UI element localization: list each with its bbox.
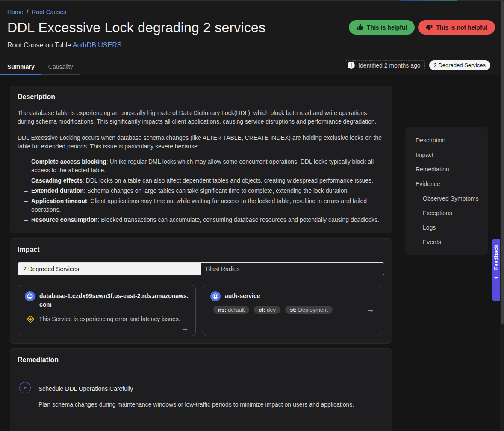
breadcrumb-separator: / — [27, 9, 28, 15]
subtitle-text: Root Cause on Table — [7, 41, 73, 49]
sparkle-icon — [494, 274, 498, 282]
warning-diamond-icon — [27, 315, 34, 323]
service-warning-text: This Service is experiencing error and l… — [39, 316, 180, 322]
arrow-right-icon: → — [181, 324, 189, 333]
bullet-label: Complete access blocking — [31, 158, 106, 165]
impact-tab-control: 2 Degraded Services Blast Radius — [18, 262, 384, 275]
description-heading: Description — [18, 93, 384, 101]
bullet-text: : Schema changes on large tables can tak… — [84, 187, 349, 194]
type-badge: st: Deployment — [285, 306, 333, 314]
breadcrumb-root-causes-link[interactable]: Root Causes — [32, 9, 66, 15]
description-section: Description The database table is experi… — [10, 86, 392, 233]
toc-item-logs[interactable]: Logs — [405, 220, 488, 235]
list-item: – Complete access blocking: Unlike regul… — [24, 157, 384, 174]
helpful-button[interactable]: This is helpful — [349, 20, 415, 35]
bullet-text: : Blocked transactions can accumulate, c… — [98, 216, 379, 223]
subtitle: Root Cause on Table AuthDB.USERS — [7, 41, 121, 49]
impact-heading: Impact — [18, 246, 384, 254]
service-warning: This Service is experiencing error and l… — [28, 316, 189, 322]
impact-section: Impact 2 Degraded Services Blast Radius … — [10, 238, 392, 344]
bullet-dash: – — [24, 197, 31, 214]
feedback-side-tab[interactable]: Feedback — [492, 239, 500, 301]
scrollbar-thumb[interactable] — [501, 1, 504, 324]
table-link[interactable]: AuthDB.USERS — [73, 41, 122, 49]
service-globe-icon — [24, 291, 35, 302]
list-item: – Resource consumption: Blocked transact… — [24, 216, 384, 224]
toc-item-remediation[interactable]: Remediation — [405, 162, 488, 177]
list-item: – Application timeout: Client applicatio… — [24, 197, 384, 214]
list-item: – Extended duration: Schema changes on l… — [24, 186, 384, 195]
identified-label: Identified 2 months ago — [358, 62, 421, 69]
page-title: DDL Excessive Lock degrading 2 services — [7, 20, 265, 35]
remediation-heading: Remediation — [18, 356, 384, 364]
degraded-services-list: database-1.czdx99sewn3f.us-east-2.rds.am… — [18, 285, 384, 336]
tab-blast-radius[interactable]: Blast Radius — [201, 263, 384, 275]
toc-panel: Description Impact Remediation Evidence … — [405, 127, 488, 255]
toc-item-observed-symptoms[interactable]: Observed Symptoms — [405, 191, 488, 206]
breadcrumb: Home / Root Causes — [7, 9, 66, 15]
bullet-dash: – — [24, 186, 31, 195]
remediation-section: Remediation Schedule DDL Operations Care… — [10, 348, 392, 431]
main-content: Description The database table is experi… — [10, 86, 392, 431]
breadcrumb-home-link[interactable]: Home — [7, 9, 23, 15]
service-name: auth-service — [225, 291, 260, 302]
toc-item-description[interactable]: Description — [405, 133, 488, 148]
tab-bar: Summary Causality — [0, 60, 80, 75]
description-bullet-list: – Complete access blocking: Unlike regul… — [18, 157, 384, 224]
service-card-database[interactable]: database-1.czdx99sewn3f.us-east-2.rds.am… — [18, 285, 196, 336]
toc-item-impact[interactable]: Impact — [405, 148, 488, 162]
service-card-auth[interactable]: auth-service ns: default cl: dev st: Dep… — [203, 285, 381, 336]
description-paragraph-1: The database table is experiencing an un… — [18, 109, 384, 126]
remediation-step-title: Schedule DDL Operations Carefully — [38, 384, 384, 393]
not-helpful-button-label: This is not helpful — [436, 24, 487, 31]
page-header: Home / Root Causes DDL Excessive Lock de… — [0, 1, 500, 75]
tab-causality-underline — [41, 74, 80, 75]
not-helpful-button[interactable]: This is not helpful — [418, 20, 495, 35]
service-badges: ns: default cl: dev st: Deployment — [213, 306, 374, 314]
remediation-step: Schedule DDL Operations Carefully Plan s… — [18, 384, 384, 416]
step-play-icon — [19, 382, 31, 393]
bullet-label: Application timeout — [31, 198, 87, 204]
bullet-dash: – — [24, 157, 31, 174]
tab-causality[interactable]: Causality — [41, 60, 80, 75]
feedback-side-tab-label: Feedback — [493, 245, 499, 270]
helpful-button-label: This is helpful — [367, 24, 407, 31]
tab-causality-label: Causality — [48, 63, 73, 70]
service-globe-icon — [210, 291, 221, 302]
service-name: database-1.czdx99sewn3f.us-east-2.rds.am… — [39, 291, 189, 309]
thumbs-up-icon — [357, 24, 363, 31]
thumbs-down-icon — [426, 24, 433, 31]
top-progress-gradient — [400, 0, 457, 1]
cluster-badge: cl: dev — [254, 306, 280, 314]
bullet-label: Cascading effects — [31, 177, 83, 184]
scrollbar-track — [500, 0, 504, 431]
degraded-services-badge: 2 Degraded Services — [429, 60, 490, 70]
feedback-actions: This is helpful This is not helpful — [349, 20, 495, 35]
list-item: – Cascading effects: DDL locks on a tabl… — [24, 176, 384, 185]
remediation-step-text: Plan schema changes during maintenance w… — [38, 400, 384, 409]
bullet-text: : DDL locks on a table can also affect d… — [83, 177, 373, 184]
description-paragraph-2: DDL Excessive Locking occurs when databa… — [18, 133, 384, 151]
toc-item-exceptions[interactable]: Exceptions — [405, 206, 488, 220]
bullet-label: Resource consumption — [31, 216, 98, 223]
bullet-label: Extended duration — [31, 187, 84, 194]
dotted-divider — [38, 416, 384, 416]
bullet-dash: – — [24, 216, 31, 224]
toc-item-evidence[interactable]: Evidence — [405, 177, 488, 191]
tab-summary-underline — [0, 74, 41, 75]
alert-circle-icon: ! — [348, 62, 355, 69]
identified-chip: ! Identified 2 months ago — [345, 60, 425, 70]
toc-item-events[interactable]: Events — [405, 235, 488, 249]
tab-summary[interactable]: Summary — [0, 60, 41, 75]
namespace-badge: ns: default — [213, 306, 249, 314]
meta-row: ! Identified 2 months ago 2 Degraded Ser… — [345, 60, 490, 70]
tab-degraded-services[interactable]: 2 Degraded Services — [18, 263, 201, 275]
arrow-right-icon: → — [366, 305, 374, 314]
tab-summary-label: Summary — [7, 63, 35, 70]
bullet-dash: – — [24, 176, 31, 185]
